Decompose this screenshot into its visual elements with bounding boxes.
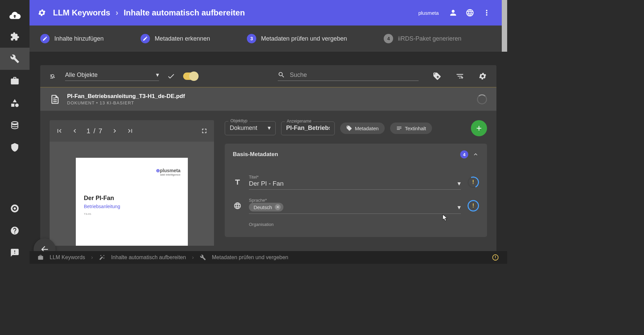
user-name: plusmeta (418, 10, 439, 16)
text-icon (396, 125, 402, 131)
chevron-left-icon (71, 127, 78, 135)
chevron-down-icon: ▾ (458, 203, 461, 211)
metadata-chip[interactable]: Metadaten (340, 123, 385, 134)
pdf-tiny: T3-H1 (84, 212, 180, 216)
nav-database[interactable] (0, 114, 30, 136)
settings-button[interactable] (38, 8, 46, 17)
search-input[interactable]: Suche (278, 71, 419, 81)
objecttype-select[interactable]: Objekttyp Dokument▾ (225, 121, 276, 135)
sprache-input[interactable]: Sprache* Deutsch✕ ▾ (249, 198, 461, 214)
tag-plus-icon (433, 72, 441, 81)
step-3[interactable]: 3 Metadaten prüfen und vergeben (247, 34, 347, 43)
nav-feedback[interactable] (0, 242, 30, 264)
settings-button[interactable] (478, 72, 487, 81)
next-page-button[interactable] (111, 127, 118, 135)
search-list-icon (50, 73, 57, 80)
tag-add-button[interactable] (433, 72, 441, 81)
document-row[interactable]: PI-Fan_Betriebsanleitung_T3-H1_de-DE.pdf… (40, 88, 496, 111)
titel-input[interactable]: Titel* Der PI - Fan▾ (249, 175, 461, 190)
bb-item[interactable]: Inhalte automatisch aufbereiten (111, 254, 186, 260)
breadcrumb-root[interactable]: LLM Keywords (53, 8, 110, 17)
chevron-right-icon: › (91, 254, 93, 260)
step-2[interactable]: Metadaten erkennen (141, 34, 210, 43)
filter-search-icon (50, 73, 57, 80)
pencil-icon (42, 36, 48, 41)
nav-security[interactable] (0, 136, 30, 158)
first-page-button[interactable] (56, 127, 63, 135)
document-subtitle: DOKUMENT • 13 KI-BASIERT (67, 100, 185, 105)
step-active-badge: 3 (247, 34, 256, 43)
help-icon (10, 226, 19, 235)
more-button[interactable] (482, 8, 491, 17)
last-page-button[interactable] (126, 127, 134, 135)
step-1[interactable]: Inhalte hinzufügen (40, 34, 104, 43)
nav-briefcase[interactable] (0, 70, 30, 92)
card-header[interactable]: Basis-Metadaten 4 (225, 144, 487, 165)
remove-chip-button[interactable]: ✕ (275, 204, 281, 210)
prev-page-button[interactable] (71, 127, 78, 135)
confidence-indicator[interactable]: ! (466, 175, 481, 190)
lifebuoy-icon (10, 204, 19, 213)
step-4[interactable]: 4 iiRDS-Paket generieren (384, 34, 461, 43)
language-button[interactable] (466, 8, 474, 17)
object-filter-select[interactable]: Alle Objekte ▾ (65, 71, 159, 81)
app-header: LLM Keywords › Inhalte automatisch aufbe… (30, 0, 507, 26)
page-indicator: 1 / 7 (87, 127, 103, 135)
metadata-top-row: Objekttyp Dokument▾ Anzeigename PI-Fan_B… (225, 120, 487, 136)
shapes-icon (10, 98, 19, 108)
search-icon (278, 71, 285, 79)
document-title: PI-Fan_Betriebsanleitung_T3-H1_de-DE.pdf (67, 93, 185, 100)
pdf-heading: Der PI-Fan (84, 195, 180, 202)
loading-spinner (477, 94, 487, 104)
first-page-icon (56, 127, 63, 135)
wrench-icon (200, 254, 206, 260)
step-pending-badge: 4 (384, 34, 393, 43)
chevron-down-icon: ▾ (268, 124, 271, 132)
chevron-right-icon: › (116, 8, 118, 17)
breadcrumb: LLM Keywords › Inhalte automatisch aufbe… (53, 8, 245, 17)
confidence-indicator[interactable]: ! (468, 200, 479, 211)
briefcase-icon (38, 254, 44, 260)
briefcase-icon (10, 76, 19, 86)
pdf-toolbar: 1 / 7 (50, 120, 214, 142)
last-page-icon (126, 127, 134, 135)
textcontent-chip[interactable]: Textinhalt (390, 123, 432, 134)
add-metadata-button[interactable] (471, 120, 487, 136)
count-badge: 4 (460, 150, 468, 158)
wand-icon (99, 254, 105, 260)
fullscreen-icon (201, 127, 208, 135)
cloud-upload-icon (8, 9, 21, 22)
bottom-breadcrumb: LLM Keywords › Inhalte automatisch aufbe… (30, 251, 507, 264)
ai-toggle[interactable] (183, 73, 198, 80)
plus-icon (475, 124, 483, 132)
gear-icon (478, 72, 487, 81)
language-chip: Deutsch✕ (249, 203, 283, 211)
fullscreen-button[interactable] (201, 127, 208, 135)
pdf-subheading: Betriebsanleitung (84, 204, 180, 209)
pdf-preview: 1 / 7 ⊕plusmeta add intelligence (50, 120, 214, 246)
nav-help[interactable] (0, 220, 30, 242)
step-done-icon (40, 34, 50, 43)
nav-extensions[interactable] (0, 26, 30, 48)
displayname-field[interactable]: Anzeigename PI-Fan_Betriebsa (281, 122, 335, 135)
puzzle-icon (10, 32, 19, 41)
warning-indicator[interactable] (492, 254, 499, 261)
sidebar-left (0, 0, 30, 264)
workflow-stepper: Inhalte hinzufügen Metadaten erkennen 3 … (30, 26, 507, 52)
nav-support[interactable] (0, 197, 30, 220)
bb-item: Metadaten prüfen und vergeben (212, 254, 288, 260)
account-button[interactable] (449, 8, 458, 17)
tag-icon (346, 125, 352, 131)
filter-add-button[interactable] (455, 72, 464, 81)
title-icon (233, 178, 241, 186)
bb-item[interactable]: LLM Keywords (50, 254, 85, 260)
nav-tools[interactable] (0, 48, 30, 70)
app-logo[interactable] (8, 6, 21, 26)
filter-plus-icon (455, 72, 464, 81)
pdf-brand: ⊕plusmeta add intelligence (156, 168, 180, 176)
field-organisation: Organisation (233, 222, 479, 229)
wrench-icon (10, 54, 19, 63)
shield-icon (10, 143, 19, 152)
nav-shapes[interactable] (0, 92, 30, 114)
chevron-right-icon: › (192, 254, 194, 260)
